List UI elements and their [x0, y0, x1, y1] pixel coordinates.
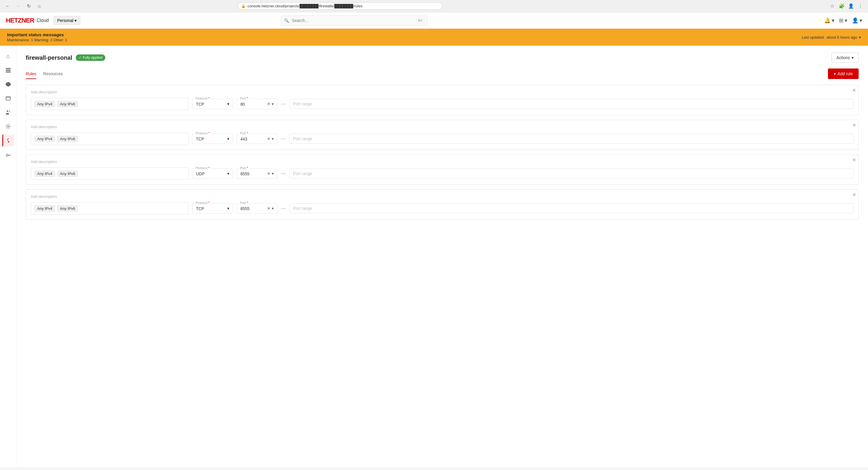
rule-2-port-chevron-button[interactable]: ▾ [272, 136, 274, 141]
rule-1-port-controls: ✕ ▾ [267, 101, 274, 106]
apps-button[interactable]: ⊞ ▾ [839, 17, 847, 24]
svg-point-5 [7, 110, 8, 112]
rule-3-port-field[interactable]: Port * 8555 ✕ ▾ [237, 168, 278, 179]
rule-2-clear-port-button[interactable]: ✕ [267, 136, 271, 141]
sidebar-item-storage[interactable] [2, 92, 14, 104]
rule-card-1: ✕ Add description Any IPv4 Any IPv6 Prot… [26, 85, 859, 115]
search-input[interactable] [281, 16, 427, 26]
rule-3-ip-tags[interactable]: Any IPv4 Any IPv6 [31, 167, 189, 180]
notifications-chevron-icon: ▾ [832, 17, 834, 24]
extensions-button[interactable]: 🧩 [838, 2, 846, 10]
rule-4-description[interactable]: Add description [31, 194, 854, 199]
rule-2-ip-tags[interactable]: Any IPv4 Any IPv6 [31, 133, 189, 145]
add-icon: ▾ [834, 71, 836, 76]
status-banner: Important status messages Maintenance: 1… [0, 29, 868, 46]
tabs: Rules Resources [26, 69, 63, 79]
rule-3-port-range[interactable]: Port range [289, 169, 854, 178]
rule-4-ip-tags[interactable]: Any IPv4 Any IPv6 [31, 202, 189, 214]
sidebar-item-volumes[interactable] [2, 79, 14, 90]
profile-button[interactable]: 👤 [847, 2, 855, 10]
logo: HETZNER Cloud [6, 17, 49, 24]
user-button[interactable]: 👤 ▾ [852, 17, 862, 24]
last-updated-value: about 8 hours ago [827, 35, 857, 39]
project-selector[interactable]: Personal ▾ [54, 16, 81, 25]
close-rule-2-button[interactable]: ✕ [852, 122, 856, 128]
rule-4-ipv4-tag: Any IPv4 [34, 205, 55, 212]
home-button[interactable]: ⌂ [35, 2, 43, 10]
sidebar-item-ssh[interactable] [2, 149, 14, 160]
rule-4-port-chevron-button[interactable]: ▾ [272, 206, 274, 211]
tab-rules[interactable]: Rules [26, 69, 36, 79]
rule-1-port-chevron-button[interactable]: ▾ [272, 101, 274, 106]
rule-3-description[interactable]: Add description [31, 159, 854, 164]
reload-button[interactable]: ↻ [25, 2, 33, 10]
protocol-label-3: Protocol * [195, 166, 211, 170]
rule-2-port-value: 443 [240, 137, 247, 141]
sidebar-item-members[interactable] [2, 107, 14, 118]
rule-2-port-field[interactable]: Port * 443 ✕ ▾ [237, 134, 278, 144]
fully-applied-badge: ✓ Fully applied [76, 54, 105, 61]
logo-cloud: Cloud [36, 18, 49, 23]
content-area: firewall-personal ✓ Fully applied Action… [17, 46, 868, 467]
rule-2-port-range[interactable]: Port range [289, 134, 854, 144]
tab-resources[interactable]: Resources [43, 69, 63, 79]
notifications-button[interactable]: 🔔 ▾ [824, 17, 834, 24]
page-header: firewall-personal ✓ Fully applied Action… [26, 53, 859, 63]
forward-button[interactable]: → [14, 2, 22, 10]
sidebar-item-networks[interactable] [2, 121, 14, 132]
rule-4-port-range[interactable]: Port range [289, 203, 854, 213]
check-icon: ✓ [79, 56, 82, 60]
sidebar-item-home[interactable]: ⌂ [2, 50, 14, 62]
close-rule-3-button[interactable]: ✕ [852, 157, 856, 163]
rule-1-port-field[interactable]: Port * 80 ✕ ▾ [237, 99, 278, 109]
rule-1-ip-tags[interactable]: Any IPv4 Any IPv6 [31, 98, 189, 110]
rule-2-ipv4-tag: Any IPv4 [34, 136, 55, 142]
rule-2-protocol-select[interactable]: Protocol * TCP ▾ [192, 134, 233, 144]
menu-button[interactable]: ⋮ [856, 2, 865, 10]
rule-3-clear-port-button[interactable]: ✕ [267, 171, 271, 176]
add-rule-button[interactable]: ▾ Add rule [828, 68, 859, 79]
user-chevron-icon: ▾ [860, 17, 862, 24]
status-banner-chevron-icon: ▾ [859, 35, 861, 39]
rule-1-port-range[interactable]: Port range [289, 99, 854, 109]
close-rule-4-button[interactable]: ✕ [852, 192, 856, 198]
url-text: console.hetzner.cloud/projects/███████/f… [247, 4, 362, 8]
status-banner-right[interactable]: Last updated: about 8 hours ago ▾ [802, 35, 861, 39]
apps-chevron-icon: ▾ [845, 17, 847, 24]
rule-3-port-controls: ✕ ▾ [267, 171, 274, 176]
rule-1-protocol-select[interactable]: Protocol * TCP ▾ [192, 99, 233, 109]
rule-3-ipv6-tag: Any IPv6 [57, 171, 78, 177]
port-label-4: Port * [239, 201, 249, 205]
search-shortcut: ⌘K [416, 18, 424, 23]
svg-marker-3 [5, 82, 10, 87]
rule-1-description[interactable]: Add description [31, 90, 854, 94]
rule-2-description[interactable]: Add description [31, 125, 854, 129]
rule-4-row: Any IPv4 Any IPv6 Protocol * TCP ▾ Port … [31, 202, 854, 214]
rule-3-row: Any IPv4 Any IPv6 Protocol * UDP ▾ Port … [31, 167, 854, 180]
rule-3-protocol-value: UDP [196, 172, 205, 176]
rule-4-ipv6-tag: Any IPv6 [57, 205, 78, 212]
rule-card-3: ✕ Add description Any IPv4 Any IPv6 Prot… [26, 154, 859, 185]
rule-4-clear-port-button[interactable]: ✕ [267, 206, 271, 211]
rule-4-port-field[interactable]: Port * 8555 ✕ ▾ [237, 203, 278, 214]
svg-point-7 [8, 126, 8, 127]
dash-separator-2: — [281, 136, 286, 141]
bookmark-button[interactable]: ☆ [828, 2, 836, 10]
rule-1-row: Any IPv4 Any IPv6 Protocol * TCP ▾ Port … [31, 98, 854, 110]
address-bar[interactable]: 🔒 console.hetzner.cloud/projects/███████… [238, 2, 442, 10]
back-button[interactable]: ← [3, 2, 12, 10]
rule-3-protocol-select[interactable]: Protocol * UDP ▾ [192, 168, 233, 179]
svg-point-8 [6, 154, 8, 156]
status-banner-subtitle: Maintenance: 1 Warning: 2 Other: 1 [7, 38, 67, 42]
rule-1-clear-port-button[interactable]: ✕ [267, 101, 271, 106]
rule-3-port-chevron-button[interactable]: ▾ [272, 171, 274, 176]
port-label: Port * [239, 96, 249, 100]
actions-button[interactable]: Actions ▾ [832, 53, 859, 63]
protocol-label-2: Protocol * [195, 131, 211, 135]
sidebar-item-firewall[interactable] [2, 135, 14, 146]
sidebar-item-servers[interactable] [2, 64, 14, 76]
rules-list: ✕ Add description Any IPv4 Any IPv6 Prot… [26, 85, 859, 219]
project-chevron-icon: ▾ [74, 18, 76, 23]
rule-4-protocol-select[interactable]: Protocol * TCP ▾ [192, 203, 233, 214]
close-rule-1-button[interactable]: ✕ [852, 88, 856, 93]
